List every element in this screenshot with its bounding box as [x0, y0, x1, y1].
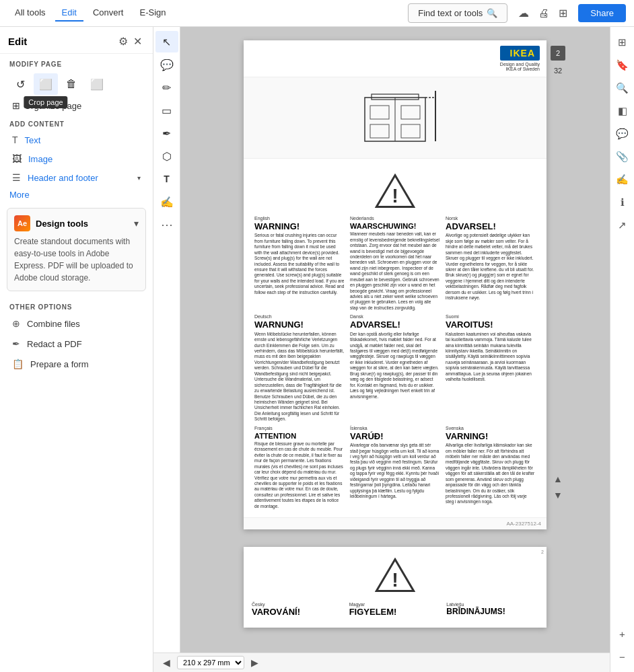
thumbnail-view-btn[interactable]: ⊞	[612, 32, 633, 52]
warning-dansk: Dansk ADVARSEL! Der kan opstå alvorlig e…	[350, 313, 440, 422]
triangle-svg-2: !	[375, 558, 415, 593]
bookmark-panel-btn[interactable]: 🔖	[612, 55, 633, 75]
header-footer-label: Header and footer	[28, 173, 98, 183]
cloud-icon[interactable]: ☁	[516, 4, 532, 22]
text-label: Text	[25, 135, 41, 145]
design-card-title: Design tools	[36, 219, 129, 229]
warning-english: English WARNING! Serious or fatal crushi…	[254, 215, 345, 311]
add-text-btn[interactable]: T Text	[3, 130, 150, 149]
extract-btn[interactable]: ⬜	[85, 73, 109, 95]
undo-btn[interactable]: ↺	[8, 73, 32, 95]
share-panel-btn[interactable]: ↗	[612, 215, 633, 235]
svg-rect-4	[401, 106, 420, 119]
svg-text:!: !	[392, 570, 398, 591]
page-up-btn[interactable]: ▲	[551, 472, 565, 486]
document-canvas[interactable]: IKEA Design and QualityIKEA of Sweden	[180, 27, 610, 672]
combine-files-btn[interactable]: ⊕ Combine files	[3, 313, 150, 334]
redact-label: Redact a PDF	[27, 339, 82, 349]
print-icon[interactable]: 🖨	[536, 4, 552, 22]
find-button[interactable]: Find text or tools 🔍	[408, 3, 507, 23]
warning-triangle-2: !	[244, 547, 547, 593]
zoom-in-btn[interactable]: +	[612, 624, 633, 644]
panel-title: Edit	[8, 36, 116, 47]
nav-convert[interactable]: Convert	[86, 5, 131, 22]
close-icon[interactable]: ✕	[131, 34, 145, 49]
ikea-logo: IKEA	[500, 46, 540, 61]
layers-btn[interactable]: ◧	[612, 101, 633, 121]
header-footer-chevron: ▾	[137, 174, 141, 182]
main-area: Edit ⚙ ✕ MODIFY PAGE ↺ ⬜ Crop page 🗑 ⬜ ⊞…	[0, 27, 634, 672]
warning-grid: English WARNING! Serious or fatal crushi…	[254, 215, 536, 509]
attachment-btn[interactable]: 📎	[612, 147, 633, 167]
markup-tool[interactable]: ✏	[155, 77, 178, 98]
nav-edit[interactable]: Edit	[55, 5, 83, 22]
pen-tool[interactable]: ✒	[155, 122, 178, 144]
warning-nederlands: Nederlands WAARSCHUWING! Wanneer meubels…	[350, 215, 440, 311]
comment-tool[interactable]: 💬	[155, 54, 178, 75]
page-nav: ▲ ▼	[551, 472, 565, 502]
settings-icon[interactable]: ⚙	[116, 34, 131, 49]
properties-btn[interactable]: ℹ	[612, 192, 633, 213]
page2-num: 2	[541, 550, 544, 554]
design-card-header: Ae Design tools ▾	[14, 215, 139, 231]
design-card-text: Create standout documents with easy-to-u…	[14, 235, 139, 284]
bottom-bar: ◀ 210 x 297 mm ▶	[153, 652, 610, 672]
bookmark-icon[interactable]: ⊞	[556, 4, 570, 22]
modify-tools-row1: ↺ ⬜ Crop page 🗑 ⬜	[0, 71, 153, 98]
right-sidebar: ⊞ 🔖 🔍 ◧ 💬 📎 ✍ ℹ ↗ + −	[610, 27, 634, 672]
modify-page-section: MODIFY PAGE	[0, 54, 153, 71]
page-wrapper-1: IKEA Design and QualityIKEA of Sweden	[244, 40, 547, 529]
search-panel-btn[interactable]: 🔍	[612, 78, 633, 98]
more-dots-icon: ⋯	[161, 217, 172, 232]
text-tool[interactable]: T	[155, 168, 178, 190]
cursor-tool[interactable]: ↖	[155, 31, 178, 52]
add-content-section: ADD CONTENT	[0, 114, 153, 130]
crop-icon: ⬜	[39, 78, 52, 91]
zoom-out-btn[interactable]: −	[612, 646, 633, 667]
delete-btn[interactable]: 🗑	[59, 73, 83, 95]
page-footer: AA-2327512-4	[244, 517, 547, 529]
design-logo: Ae	[14, 215, 30, 231]
combine-label: Combine files	[27, 319, 80, 329]
find-text: Find text or tools	[418, 8, 483, 18]
page-1: IKEA Design and QualityIKEA of Sweden	[244, 40, 547, 529]
crop-btn[interactable]: ⬜ Crop page	[34, 73, 58, 95]
warning-magyar: Magyar FIGYELEM!	[349, 602, 442, 618]
share-button[interactable]: Share	[578, 4, 626, 22]
ikea-tagline: Design and QualityIKEA of Sweden	[500, 62, 540, 71]
organize-page-btn[interactable]: ⊞ Organize page	[3, 98, 150, 114]
page2-warning-grid: Česky VAROVÁNÍ! Magyar FIGYELEM! Latvieš…	[244, 599, 547, 625]
signature-tool[interactable]: ✍	[155, 191, 178, 213]
nav-all-tools[interactable]: All tools	[8, 5, 52, 22]
page-footer-code: AA-2327512-4	[506, 521, 541, 527]
shape-tool[interactable]: ⬡	[155, 145, 178, 167]
form-icon: 📋	[12, 359, 24, 369]
page-wrapper-2: ! Česky VAROVÁNÍ! Magyar FIGYELEM! Latvi…	[244, 540, 547, 628]
design-card-chevron[interactable]: ▾	[134, 218, 139, 229]
annotation-btn[interactable]: 💬	[612, 124, 633, 144]
more-tools[interactable]: ⋯	[155, 214, 178, 235]
other-options-section: OTHER OPTIONS	[0, 297, 153, 313]
warning-triangle: !	[254, 174, 536, 209]
svg-text:!: !	[392, 185, 398, 207]
warning-norsk: Norsk ADVARSEL! Alvorlige og potensielt …	[446, 215, 536, 311]
more-link[interactable]: More	[0, 187, 153, 202]
left-panel: Edit ⚙ ✕ MODIFY PAGE ↺ ⬜ Crop page 🗑 ⬜ ⊞…	[0, 27, 153, 672]
add-image-btn[interactable]: 🖼 Image	[3, 149, 150, 168]
page-number-badge: 2	[551, 46, 565, 61]
warning-islenska: Íslenska VARÚÐ! Alvarlegar eða banvænar …	[350, 425, 440, 509]
nav-esign[interactable]: E-Sign	[133, 5, 172, 22]
signature-panel-btn[interactable]: ✍	[612, 170, 633, 190]
image-label: Image	[28, 154, 52, 164]
page-down-btn[interactable]: ▼	[551, 488, 565, 502]
warning-cesky: Česky VAROVÁNÍ!	[252, 602, 344, 618]
top-icon-group: ☁ 🖨 ⊞	[516, 4, 570, 22]
next-page-btn[interactable]: ▶	[250, 657, 260, 668]
prepare-form-btn[interactable]: 📋 Prepare a form	[3, 354, 150, 374]
highlight-tool[interactable]: ▭	[155, 100, 178, 121]
add-header-footer-btn[interactable]: ☰ Header and footer ▾	[3, 168, 150, 187]
prev-page-btn[interactable]: ◀	[162, 657, 172, 668]
redact-pdf-btn[interactable]: ✒ Redact a PDF	[3, 334, 150, 354]
text-icon: T	[12, 135, 18, 145]
page-size-select[interactable]: 210 x 297 mm	[177, 656, 244, 669]
